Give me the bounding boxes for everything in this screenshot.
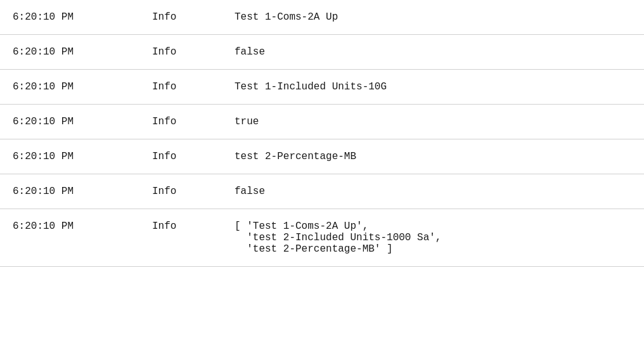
log-level: Info (139, 35, 222, 70)
log-level: Info (139, 209, 222, 267)
table-row: 6:20:10 PMInfofalse (0, 35, 644, 70)
log-timestamp: 6:20:10 PM (0, 0, 139, 35)
log-message: [ 'Test 1-Coms-2A Up', 'test 2-Included … (222, 209, 644, 267)
log-message: test 2-Percentage-MB (222, 139, 644, 174)
log-timestamp: 6:20:10 PM (0, 174, 139, 209)
table-row: 6:20:10 PMInfoTest 1-Included Units-10G (0, 70, 644, 105)
log-timestamp: 6:20:10 PM (0, 139, 139, 174)
log-message: false (222, 35, 644, 70)
log-level: Info (139, 70, 222, 105)
log-message: Test 1-Coms-2A Up (222, 0, 644, 35)
log-message: Test 1-Included Units-10G (222, 70, 644, 105)
table-row: 6:20:10 PMInfo[ 'Test 1-Coms-2A Up', 'te… (0, 209, 644, 267)
log-timestamp: 6:20:10 PM (0, 70, 139, 105)
log-level: Info (139, 174, 222, 209)
table-row: 6:20:10 PMInfofalse (0, 174, 644, 209)
log-timestamp: 6:20:10 PM (0, 105, 139, 139)
table-row: 6:20:10 PMInfotest 2-Percentage-MB (0, 139, 644, 174)
table-row: 6:20:10 PMInfoTest 1-Coms-2A Up (0, 0, 644, 35)
log-level: Info (139, 139, 222, 174)
log-message: false (222, 174, 644, 209)
log-table: 6:20:10 PMInfoTest 1-Coms-2A Up6:20:10 P… (0, 0, 644, 267)
log-level: Info (139, 105, 222, 139)
log-level: Info (139, 0, 222, 35)
log-timestamp: 6:20:10 PM (0, 209, 139, 267)
log-message: true (222, 105, 644, 139)
log-timestamp: 6:20:10 PM (0, 35, 139, 70)
table-row: 6:20:10 PMInfotrue (0, 105, 644, 139)
